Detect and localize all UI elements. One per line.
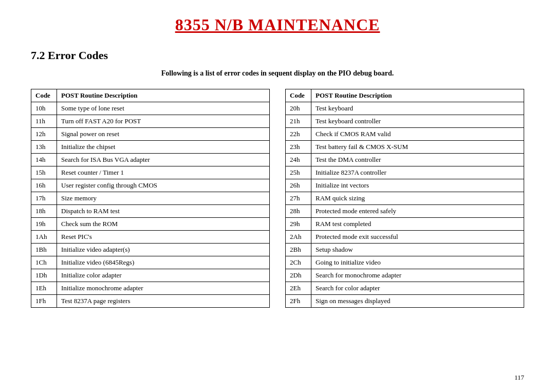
table-row: 12hSignal power on reset — [31, 128, 270, 141]
description-cell: Reset PIC's — [57, 231, 270, 244]
table-row: 1BhInitialize video adapter(s) — [31, 244, 270, 256]
description-cell: Initialize the chipset — [57, 141, 270, 154]
code-cell: 16h — [31, 179, 57, 192]
code-cell: 2Dh — [286, 269, 311, 282]
description-cell: Test keyboard controller — [311, 115, 524, 128]
table-row: 1FhTest 8237A page registers — [31, 295, 270, 308]
right-table: Code POST Routine Description 20hTest ke… — [285, 89, 524, 308]
description-cell: RAM quick sizing — [311, 192, 524, 205]
description-cell: Test the DMA controller — [311, 154, 524, 166]
code-cell: 1Ch — [31, 256, 57, 269]
table-row: 1DhInitialize color adapter — [31, 269, 270, 282]
code-cell: 26h — [286, 179, 311, 192]
page: 8355 N/B MAINTENANCE 7.2 Error Codes Fol… — [0, 0, 555, 392]
description-cell: Some type of lone reset — [57, 102, 270, 115]
code-cell: 23h — [286, 141, 311, 154]
code-cell: 1Fh — [31, 295, 57, 308]
code-cell: 13h — [31, 141, 57, 154]
description-cell: Going to initialize video — [311, 256, 524, 269]
code-cell: 2Bh — [286, 244, 311, 256]
code-cell: 25h — [286, 166, 311, 179]
code-cell: 29h — [286, 218, 311, 231]
code-cell: 10h — [31, 102, 57, 115]
table-row: 19hCheck sum the ROM — [31, 218, 270, 231]
code-cell: 11h — [31, 115, 57, 128]
main-title: 8355 N/B MAINTENANCE — [31, 15, 524, 34]
table-row: 14hSearch for ISA Bus VGA adapter — [31, 154, 270, 166]
code-cell: 20h — [286, 102, 311, 115]
tables-container: Code POST Routine Description 10hSome ty… — [31, 89, 524, 308]
table-row: 24hTest the DMA controller — [286, 154, 524, 166]
description-cell: Size memory — [57, 192, 270, 205]
description-cell: Sign on messages displayed — [311, 295, 524, 308]
code-cell: 19h — [31, 218, 57, 231]
code-cell: 12h — [31, 128, 57, 141]
table-row: 2AhProtected mode exit successful — [286, 231, 524, 244]
left-col1-header: Code — [31, 89, 57, 102]
description-cell: Protected mode exit successful — [311, 231, 524, 244]
table-row: 26hInitialize int vectors — [286, 179, 524, 192]
table-row: 21hTest keyboard controller — [286, 115, 524, 128]
description-cell: Test keyboard — [311, 102, 524, 115]
left-table-header-row: Code POST Routine Description — [31, 89, 270, 102]
table-row: 28hProtected mode entered safely — [286, 205, 524, 218]
description-cell: Initialize color adapter — [57, 269, 270, 282]
code-cell: 18h — [31, 205, 57, 218]
description-cell: Test 8237A page registers — [57, 295, 270, 308]
table-row: 11hTurn off FAST A20 for POST — [31, 115, 270, 128]
code-cell: 2Fh — [286, 295, 311, 308]
code-cell: 1Eh — [31, 282, 57, 295]
description-cell: Check sum the ROM — [57, 218, 270, 231]
description-cell: Dispatch to RAM test — [57, 205, 270, 218]
description-cell: Initialize video (6845Regs) — [57, 256, 270, 269]
code-cell: 24h — [286, 154, 311, 166]
description-cell: Test battery fail & CMOS X-SUM — [311, 141, 524, 154]
code-cell: 1Bh — [31, 244, 57, 256]
table-row: 1ChInitialize video (6845Regs) — [31, 256, 270, 269]
table-row: 2ChGoing to initialize video — [286, 256, 524, 269]
table-row: 25hInitialize 8237A controller — [286, 166, 524, 179]
table-row: 22hCheck if CMOS RAM valid — [286, 128, 524, 141]
description-cell: User register config through CMOS — [57, 179, 270, 192]
table-row: 27hRAM quick sizing — [286, 192, 524, 205]
table-row: 10hSome type of lone reset — [31, 102, 270, 115]
description-cell: RAM test completed — [311, 218, 524, 231]
code-cell: 27h — [286, 192, 311, 205]
code-cell: 21h — [286, 115, 311, 128]
subtitle: Following is a list of error codes in se… — [31, 69, 524, 78]
code-cell: 1Dh — [31, 269, 57, 282]
code-cell: 28h — [286, 205, 311, 218]
description-cell: Turn off FAST A20 for POST — [57, 115, 270, 128]
right-col1-header: Code — [286, 89, 311, 102]
section-title: 7.2 Error Codes — [31, 49, 524, 62]
table-row: 1AhReset PIC's — [31, 231, 270, 244]
table-row: 29hRAM test completed — [286, 218, 524, 231]
table-row: 2EhSearch for color adapter — [286, 282, 524, 295]
code-cell: 2Ch — [286, 256, 311, 269]
right-col2-header: POST Routine Description — [311, 89, 524, 102]
description-cell: Search for ISA Bus VGA adapter — [57, 154, 270, 166]
table-row: 2BhSetup shadow — [286, 244, 524, 256]
description-cell: Signal power on reset — [57, 128, 270, 141]
code-cell: 1Ah — [31, 231, 57, 244]
table-row: 23hTest battery fail & CMOS X-SUM — [286, 141, 524, 154]
code-cell: 15h — [31, 166, 57, 179]
description-cell: Check if CMOS RAM valid — [311, 128, 524, 141]
description-cell: Search for color adapter — [311, 282, 524, 295]
right-table-header-row: Code POST Routine Description — [286, 89, 524, 102]
left-table: Code POST Routine Description 10hSome ty… — [31, 89, 270, 308]
table-row: 1EhInitialize monochrome adapter — [31, 282, 270, 295]
page-number: 117 — [514, 374, 524, 382]
code-cell: 14h — [31, 154, 57, 166]
description-cell: Initialize monochrome adapter — [57, 282, 270, 295]
table-row: 13hInitialize the chipset — [31, 141, 270, 154]
table-row: 2DhSearch for monochrome adapter — [286, 269, 524, 282]
code-cell: 22h — [286, 128, 311, 141]
description-cell: Protected mode entered safely — [311, 205, 524, 218]
description-cell: Setup shadow — [311, 244, 524, 256]
table-row: 17hSize memory — [31, 192, 270, 205]
table-row: 16hUser register config through CMOS — [31, 179, 270, 192]
code-cell: 2Ah — [286, 231, 311, 244]
description-cell: Reset counter / Timer 1 — [57, 166, 270, 179]
left-col2-header: POST Routine Description — [57, 89, 270, 102]
